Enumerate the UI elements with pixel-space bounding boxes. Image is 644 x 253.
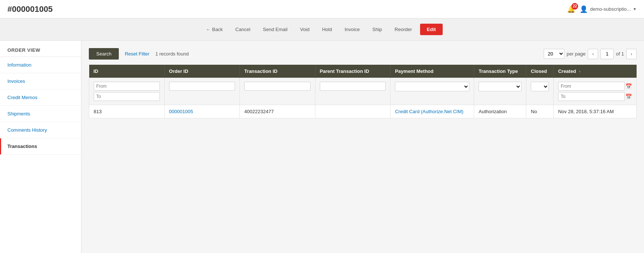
ship-button[interactable]: Ship bbox=[368, 24, 386, 34]
cell-created: Nov 28, 2018, 5:37:16 AM bbox=[553, 105, 636, 118]
cancel-button[interactable]: Cancel bbox=[231, 24, 255, 34]
filter-order-id-input[interactable] bbox=[169, 82, 235, 91]
filter-transaction-type bbox=[474, 78, 526, 105]
chevron-down-icon: ▼ bbox=[633, 7, 637, 11]
sidebar-section-title: ORDER VIEW bbox=[0, 41, 81, 57]
col-header-parent-transaction-id: Parent Transaction ID bbox=[315, 65, 390, 78]
user-menu[interactable]: 👤 demo-subscriptio... ▼ bbox=[580, 5, 637, 13]
sidebar: ORDER VIEW Information Invoices Credit M… bbox=[0, 41, 81, 253]
filter-created-to[interactable] bbox=[558, 92, 625, 101]
filter-parent-transaction-id bbox=[315, 78, 390, 105]
reset-filter-link[interactable]: Reset Filter bbox=[125, 51, 149, 57]
header-right: 🔔 22 👤 demo-subscriptio... ▼ bbox=[567, 5, 637, 13]
cell-payment-method[interactable]: Credit Card (Authorize.Net CIM) bbox=[390, 105, 474, 118]
cell-id: 813 bbox=[89, 105, 165, 118]
filter-parent-transaction-id-input[interactable] bbox=[320, 82, 386, 91]
filter-created: 📅 📅 bbox=[553, 78, 636, 105]
sidebar-item-transactions[interactable]: Transactions bbox=[0, 138, 81, 155]
col-header-created[interactable]: Created ↑ bbox=[553, 65, 636, 78]
filter-id bbox=[89, 78, 165, 105]
filter-created-from[interactable] bbox=[558, 82, 625, 91]
filter-transaction-id bbox=[240, 78, 315, 105]
filter-order-id bbox=[164, 78, 240, 105]
col-header-closed: Closed bbox=[526, 65, 554, 78]
transactions-table: ID Order ID Transaction ID Parent Transa… bbox=[89, 65, 637, 118]
search-toolbar: Search Reset Filter 1 records found 20 5… bbox=[89, 48, 637, 60]
pagination-controls: 20 50 100 per page ‹ of 1 › bbox=[544, 49, 637, 59]
calendar-to-icon[interactable]: 📅 bbox=[625, 94, 632, 99]
main-layout: ORDER VIEW Information Invoices Credit M… bbox=[0, 41, 644, 253]
col-header-transaction-id: Transaction ID bbox=[240, 65, 315, 78]
content-area: Search Reset Filter 1 records found 20 5… bbox=[81, 41, 644, 253]
filter-transaction-type-select[interactable] bbox=[479, 82, 521, 91]
calendar-from-icon[interactable]: 📅 bbox=[625, 83, 632, 89]
cell-transaction-type: Authorization bbox=[474, 105, 526, 118]
payment-method-link[interactable]: Credit Card (Authorize.Net CIM) bbox=[395, 109, 463, 114]
notification-bell[interactable]: 🔔 22 bbox=[567, 5, 575, 13]
action-bar: ← Back Cancel Send Email Void Hold Invoi… bbox=[0, 18, 644, 41]
top-header: #000001005 🔔 22 👤 demo-subscriptio... ▼ bbox=[0, 0, 644, 18]
per-page-label: per page bbox=[567, 51, 586, 57]
user-name: demo-subscriptio... bbox=[590, 6, 631, 12]
order-id-link[interactable]: 000001005 bbox=[169, 109, 193, 114]
filter-id-to[interactable] bbox=[94, 92, 160, 101]
filter-payment-method-select[interactable] bbox=[395, 82, 469, 91]
sidebar-item-comments-history[interactable]: Comments History bbox=[0, 122, 81, 138]
edit-button[interactable]: Edit bbox=[420, 24, 443, 35]
sidebar-item-shipments[interactable]: Shipments bbox=[0, 106, 81, 122]
cell-closed: No bbox=[526, 105, 554, 118]
filter-closed-select[interactable] bbox=[531, 82, 549, 91]
page-title: #000001005 bbox=[7, 4, 53, 14]
void-button[interactable]: Void bbox=[296, 24, 314, 34]
hold-button[interactable]: Hold bbox=[318, 24, 336, 34]
reorder-button[interactable]: Reorder bbox=[390, 24, 416, 34]
invoice-button[interactable]: Invoice bbox=[340, 24, 364, 34]
page-of: of 1 bbox=[616, 51, 624, 57]
cell-parent-transaction-id bbox=[315, 105, 390, 118]
filter-payment-method bbox=[390, 78, 474, 105]
col-header-id: ID bbox=[89, 65, 165, 78]
user-avatar-icon: 👤 bbox=[580, 5, 588, 13]
sort-icon: ↑ bbox=[579, 70, 581, 74]
prev-page-button[interactable]: ‹ bbox=[588, 49, 598, 59]
filter-id-from[interactable] bbox=[94, 82, 160, 91]
filter-closed bbox=[526, 78, 554, 105]
sidebar-item-invoices[interactable]: Invoices bbox=[0, 73, 81, 90]
send-email-button[interactable]: Send Email bbox=[258, 24, 292, 34]
cell-order-id[interactable]: 000001005 bbox=[164, 105, 240, 118]
col-header-payment-method: Payment Method bbox=[390, 65, 474, 78]
col-header-order-id: Order ID bbox=[164, 65, 240, 78]
page-input[interactable] bbox=[600, 49, 614, 59]
records-found: 1 records found bbox=[155, 51, 189, 57]
sidebar-item-information[interactable]: Information bbox=[0, 57, 81, 73]
notification-badge: 22 bbox=[571, 3, 578, 10]
filter-row: 📅 📅 bbox=[89, 78, 637, 105]
search-button[interactable]: Search bbox=[89, 48, 119, 60]
table-row: 813 000001005 40022232477 Credit Card (A… bbox=[89, 105, 637, 118]
sidebar-item-credit-memos[interactable]: Credit Memos bbox=[0, 90, 81, 106]
cell-transaction-id: 40022232477 bbox=[240, 105, 315, 118]
filter-transaction-id-input[interactable] bbox=[244, 82, 311, 91]
back-button[interactable]: ← Back bbox=[201, 24, 227, 34]
per-page-select[interactable]: 20 50 100 bbox=[544, 49, 564, 59]
col-header-transaction-type: Transaction Type bbox=[474, 65, 526, 78]
next-page-button[interactable]: › bbox=[626, 49, 637, 59]
